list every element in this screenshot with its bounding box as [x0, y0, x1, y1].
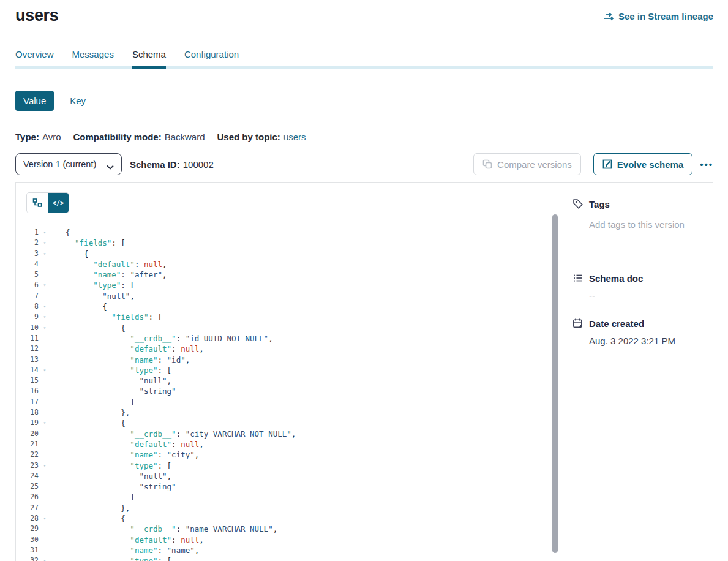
compare-versions-label: Compare versions — [497, 159, 572, 170]
fold-arrow-icon[interactable]: ▾ — [39, 365, 51, 375]
line-number: 18 — [16, 407, 39, 418]
evolve-schema-icon — [602, 159, 612, 169]
code-text: "name": "after", — [51, 269, 564, 280]
code-text: "string" — [51, 481, 564, 492]
list-icon — [572, 273, 584, 284]
calendar-plus-icon — [572, 318, 584, 329]
tab-underline-track — [15, 66, 713, 69]
code-view-button[interactable]: </> — [48, 193, 69, 213]
code-line: 30 "default": null, — [16, 535, 564, 545]
fold-spacer — [39, 450, 51, 460]
code-text: { — [51, 301, 564, 312]
code-line: 12 "default": null, — [16, 344, 564, 354]
code-line: 10▾ { — [16, 323, 564, 333]
schema-type: Type:Avro — [15, 132, 61, 142]
code-line: 11 "__crdb__": "id UUID NOT NULL", — [16, 333, 564, 344]
line-number: 31 — [16, 545, 39, 555]
tags-input[interactable] — [589, 217, 704, 235]
tab-schema[interactable]: Schema — [132, 49, 166, 69]
line-number: 2 — [16, 238, 39, 248]
fold-spacer — [39, 429, 51, 439]
fold-spacer — [39, 503, 51, 513]
code-text: "__crdb__": "name VARCHAR NULL", — [51, 524, 564, 534]
code-text: "default": null, — [51, 535, 564, 545]
fold-arrow-icon[interactable]: ▾ — [39, 238, 51, 248]
line-number: 25 — [16, 481, 39, 492]
schema-doc-heading: Schema doc — [589, 273, 643, 284]
line-number: 8 — [16, 301, 39, 312]
fold-spacer — [39, 344, 51, 354]
topic-link[interactable]: users — [283, 132, 306, 142]
code-text: { — [51, 249, 564, 259]
key-toggle-button[interactable]: Key — [70, 96, 86, 106]
fold-arrow-icon[interactable]: ▾ — [39, 312, 51, 322]
code-editor[interactable]: 1▾{2▾ "fields": [3▾ {4 "default": null,5… — [16, 227, 564, 561]
more-options-button[interactable]: ••• — [700, 159, 713, 170]
line-number: 13 — [16, 355, 39, 365]
fold-spacer — [39, 545, 51, 555]
tree-view-button[interactable] — [27, 193, 48, 213]
used-by-topic-label: Used by topic: — [217, 132, 280, 142]
fold-arrow-icon[interactable]: ▾ — [39, 227, 51, 238]
fold-arrow-icon[interactable]: ▾ — [39, 249, 51, 259]
date-created-value: Aug. 3 2022 3:21 PM — [589, 336, 704, 346]
line-number: 21 — [16, 439, 39, 450]
line-number: 17 — [16, 397, 39, 407]
fold-spacer — [39, 524, 51, 534]
fold-spacer — [39, 333, 51, 344]
code-line: 29 "__crdb__": "name VARCHAR NULL", — [16, 524, 564, 534]
line-number: 6 — [16, 280, 39, 290]
code-text: ] — [51, 397, 564, 407]
tab-overview[interactable]: Overview — [15, 49, 54, 69]
code-line: 21 "default": null, — [16, 439, 564, 450]
fold-arrow-icon[interactable]: ▾ — [39, 323, 51, 333]
compare-versions-icon — [482, 159, 492, 169]
evolve-schema-button[interactable]: Evolve schema — [593, 153, 692, 175]
code-line: 27 }, — [16, 503, 564, 513]
fold-arrow-icon[interactable]: ▾ — [39, 301, 51, 312]
code-line: 1▾{ — [16, 227, 564, 238]
tab-configuration[interactable]: Configuration — [184, 49, 239, 69]
code-line: 24 "null", — [16, 471, 564, 481]
stream-lineage-icon — [603, 12, 614, 21]
stream-lineage-label: See in Stream lineage — [618, 11, 713, 21]
code-line: 17 ] — [16, 397, 564, 407]
fold-spacer — [39, 481, 51, 492]
code-text: "type": [ — [51, 555, 564, 561]
tag-icon — [572, 198, 584, 209]
version-select[interactable]: Version 1 (current) — [15, 153, 122, 175]
line-number: 12 — [16, 344, 39, 354]
code-line: 25 "string" — [16, 481, 564, 492]
code-text: "default": null, — [51, 344, 564, 354]
page-title: users — [15, 6, 59, 25]
line-number: 14 — [16, 365, 39, 375]
version-select-value: Version 1 (current) — [23, 159, 96, 169]
fold-arrow-icon[interactable]: ▾ — [39, 418, 51, 428]
code-text: }, — [51, 407, 564, 418]
line-number: 9 — [16, 312, 39, 322]
date-created-heading-row: Date created — [572, 318, 704, 329]
code-text: "name": "name", — [51, 545, 564, 555]
code-text: "type": [ — [51, 461, 564, 471]
fold-spacer — [39, 386, 51, 396]
editor-scrollbar-thumb[interactable] — [552, 214, 558, 553]
stream-lineage-link[interactable]: See in Stream lineage — [603, 11, 713, 21]
compare-versions-button[interactable]: Compare versions — [473, 153, 581, 175]
page-header: users See in Stream lineage — [15, 0, 713, 25]
fold-arrow-icon[interactable]: ▾ — [39, 461, 51, 471]
tree-view-icon — [32, 198, 42, 208]
fold-arrow-icon[interactable]: ▾ — [39, 280, 51, 290]
value-toggle-button[interactable]: Value — [15, 91, 54, 111]
schema-sidebar: Tags Schema doc -- Date created — [563, 183, 713, 561]
code-line: 26 ] — [16, 492, 564, 502]
fold-arrow-icon[interactable]: ▾ — [39, 555, 51, 561]
fold-arrow-icon[interactable]: ▾ — [39, 513, 51, 524]
line-number: 20 — [16, 429, 39, 439]
line-number: 32 — [16, 555, 39, 561]
code-line: 9▾ "fields": [ — [16, 312, 564, 322]
tab-messages[interactable]: Messages — [72, 49, 114, 69]
date-created-heading: Date created — [589, 318, 644, 329]
code-line: 22 "name": "city", — [16, 450, 564, 460]
code-text: "__crdb__": "city VARCHAR NOT NULL", — [51, 429, 564, 439]
code-line: 16 "string" — [16, 386, 564, 396]
